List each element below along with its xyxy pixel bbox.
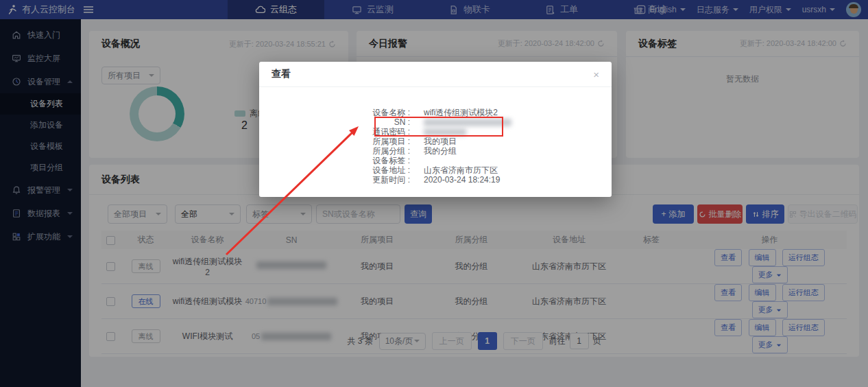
- redaction-blur: [424, 128, 466, 136]
- field-label: 设备名称 :: [259, 107, 410, 119]
- screen: 有人云控制台 云组态 云监测 物联卡 工单 商城: [0, 0, 868, 387]
- modal-title: 查看: [272, 68, 291, 80]
- redaction-blur: [424, 119, 511, 126]
- field-value: 2020-03-24 18:24:19: [424, 175, 500, 185]
- field-value-redacted: [424, 119, 511, 126]
- field-label: 更新时间 :: [259, 174, 410, 186]
- modal-body: 设备名称 :wifi透传组测试模块2 SN : 通讯密码 : 所属项目 :我的项…: [259, 87, 612, 185]
- field-value: 我的分组: [424, 145, 457, 157]
- view-device-modal: 查看 × 设备名称 :wifi透传组测试模块2 SN : 通讯密码 : 所属项目…: [259, 62, 612, 197]
- field-value-redacted: [424, 128, 466, 136]
- close-icon[interactable]: ×: [593, 69, 599, 80]
- field-value: wifi透传组测试模块2: [424, 107, 498, 119]
- field-value: 山东省济南市历下区: [424, 165, 498, 176]
